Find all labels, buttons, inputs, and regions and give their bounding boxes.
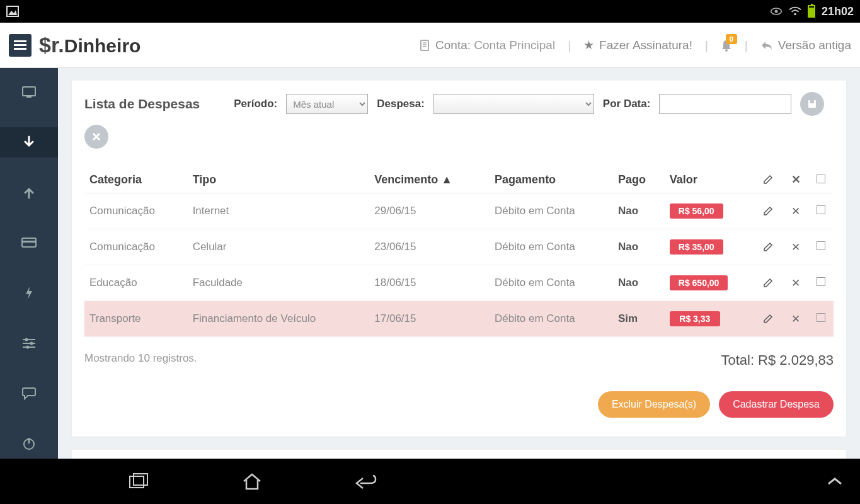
periodo-select[interactable]: Mês atual: [286, 94, 368, 114]
delete-row-button[interactable]: ✕: [783, 193, 808, 229]
cell-valor: R$ 35,00: [665, 229, 758, 265]
cell-pago: Nao: [613, 265, 665, 301]
edit-row-button[interactable]: [758, 229, 783, 265]
expenses-panel: Lista de Despesas Período: Mês atual Des…: [72, 81, 846, 437]
save-filter-button[interactable]: [800, 92, 824, 116]
select-row-checkbox[interactable]: [808, 229, 834, 265]
recent-apps-button[interactable]: [126, 469, 151, 494]
cell-pago: Nao: [613, 193, 665, 229]
svg-rect-16: [22, 241, 36, 243]
statusbar-time: 21h02: [822, 5, 854, 18]
cell-tipo: Faculdade: [188, 265, 370, 301]
col-delete: ✕: [783, 166, 808, 193]
date-input[interactable]: [659, 94, 791, 114]
sidebar-settings[interactable]: [0, 328, 58, 358]
despesa-label: Despesa:: [377, 98, 425, 110]
cell-vencimento: 23/06/15: [369, 229, 490, 265]
page-title: Lista de Despesas: [84, 96, 200, 112]
svg-rect-8: [421, 40, 428, 50]
expand-button[interactable]: [822, 469, 847, 494]
cell-tipo: Financiamento de Veículo: [188, 301, 370, 337]
cell-pago: Sim: [613, 301, 665, 337]
col-tipo[interactable]: Tipo: [188, 166, 370, 193]
delete-expenses-button[interactable]: Excluir Despesa(s): [598, 391, 710, 418]
svg-rect-7: [14, 48, 26, 50]
svg-point-3: [774, 10, 777, 13]
menu-button[interactable]: [9, 34, 32, 57]
subscribe-link[interactable]: ★ Fazer Assinatura!: [583, 38, 692, 52]
sidebar-chat[interactable]: [0, 379, 58, 409]
select-row-checkbox[interactable]: [808, 193, 834, 229]
notifications-button[interactable]: 0: [721, 39, 732, 52]
delete-row-button[interactable]: ✕: [783, 301, 808, 337]
select-row-checkbox[interactable]: [808, 265, 834, 301]
col-valor[interactable]: Valor: [665, 166, 758, 193]
edit-row-button[interactable]: [758, 193, 783, 229]
expenses-table: Categoria Tipo Vencimento ▲ Pagamento Pa…: [84, 166, 834, 337]
table-row[interactable]: EducaçãoFaculdade18/06/15Débito em Conta…: [84, 265, 834, 301]
delete-row-button[interactable]: ✕: [783, 229, 808, 265]
wifi-icon: [789, 5, 801, 18]
svg-point-12: [725, 49, 728, 52]
footer: Sr. Dinheiro © 2010 Todos os Direitos Re…: [72, 449, 846, 459]
periodo-label: Período:: [234, 98, 277, 110]
star-icon: ★: [583, 38, 594, 52]
por-data-label: Por Data:: [603, 98, 651, 110]
list-icon: [419, 39, 430, 52]
col-pago[interactable]: Pago: [613, 166, 665, 193]
svg-point-4: [794, 13, 796, 16]
select-row-checkbox[interactable]: [808, 301, 834, 337]
old-version-link[interactable]: Versão antiga: [760, 38, 851, 52]
svg-rect-13: [23, 87, 35, 96]
sidebar-power[interactable]: [0, 428, 58, 459]
sidebar-dashboard[interactable]: [0, 77, 58, 107]
despesa-select[interactable]: [433, 94, 594, 114]
sidebar-cards[interactable]: [0, 227, 58, 258]
clear-filter-button[interactable]: [84, 125, 108, 149]
col-pagamento[interactable]: Pagamento: [490, 166, 613, 193]
sidebar-energy[interactable]: [0, 278, 58, 308]
cell-pagamento: Débito em Conta: [490, 265, 613, 301]
col-select-all[interactable]: [808, 166, 834, 193]
cell-valor: R$ 56,00: [665, 193, 758, 229]
table-row[interactable]: ComunicaçãoCelular23/06/15Débito em Cont…: [84, 229, 834, 265]
svg-rect-26: [810, 100, 814, 103]
cell-valor: R$ 3,33: [665, 301, 758, 337]
app-header: $r.Dinheiro Conta: Conta Principal | ★ F…: [0, 23, 860, 68]
sidebar: [0, 68, 58, 459]
cell-valor: R$ 650,00: [665, 265, 758, 301]
sidebar-income[interactable]: [0, 178, 58, 208]
account-selector[interactable]: Conta: Conta Principal: [419, 38, 555, 52]
cell-tipo: Internet: [188, 193, 370, 229]
cell-pagamento: Débito em Conta: [490, 229, 613, 265]
notification-badge: 0: [726, 34, 737, 44]
col-categoria[interactable]: Categoria: [84, 166, 188, 193]
svg-marker-1: [8, 10, 17, 15]
svg-rect-30: [134, 474, 147, 485]
image-icon: [6, 5, 19, 18]
table-row[interactable]: TransporteFinanciamento de Veículo17/06/…: [84, 301, 834, 337]
record-count: Mostrando 10 registros.: [84, 352, 197, 365]
edit-row-button[interactable]: [758, 265, 783, 301]
app-logo: $r.Dinheiro: [39, 33, 140, 57]
back-button[interactable]: [353, 469, 378, 494]
svg-point-20: [30, 341, 33, 345]
svg-rect-14: [26, 96, 32, 98]
col-edit: [758, 166, 783, 193]
total-label: Total: R$ 2.029,83: [721, 352, 834, 369]
add-expense-button[interactable]: Cadastrar Despesa: [719, 391, 834, 418]
cell-categoria: Educação: [84, 265, 188, 301]
edit-row-button[interactable]: [758, 301, 783, 337]
android-statusbar: 21h02: [0, 0, 860, 23]
table-row[interactable]: ComunicaçãoInternet29/06/15Débito em Con…: [84, 193, 834, 229]
svg-point-18: [25, 338, 28, 341]
cell-pagamento: Débito em Conta: [490, 193, 613, 229]
sidebar-expenses[interactable]: [0, 127, 58, 158]
svg-rect-5: [14, 40, 26, 42]
col-vencimento[interactable]: Vencimento ▲: [369, 166, 490, 193]
cell-vencimento: 29/06/15: [369, 193, 490, 229]
delete-row-button[interactable]: ✕: [783, 265, 808, 301]
home-button[interactable]: [239, 469, 265, 494]
cell-categoria: Transporte: [84, 301, 188, 337]
cell-categoria: Comunicação: [84, 229, 188, 265]
